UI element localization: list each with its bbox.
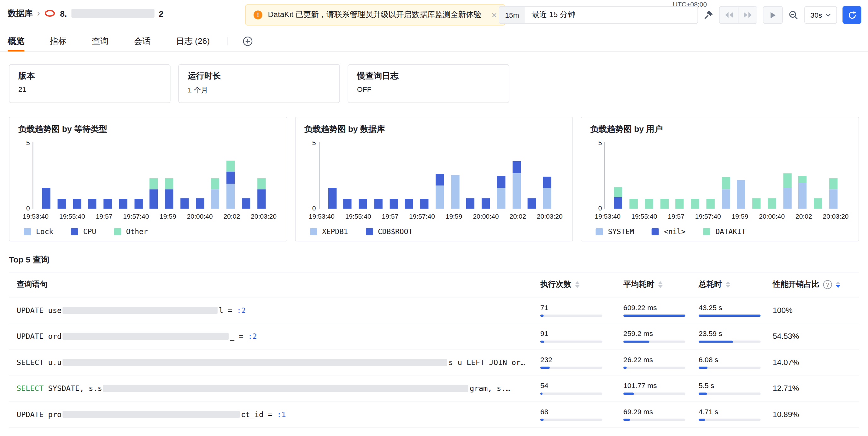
chart-title: 负载趋势图 by 用户 [590,124,851,134]
stacked-bar [211,178,219,209]
metric-bar-track [623,315,685,317]
bar-segment-CPU [226,172,235,184]
metric-cell: 259.2 ms [623,323,699,349]
tab-metrics[interactable]: 指标 [50,31,67,52]
sql-cell[interactable]: SELECT SYSDATE, s.sgram, s.… [9,375,540,401]
metric-bar-fill [540,393,543,395]
stacked-bar [420,199,428,209]
refresh-button[interactable] [842,6,861,24]
step-back-button[interactable] [720,7,738,23]
play-button[interactable] [763,6,783,24]
sql-text: UPDATE use [17,306,62,315]
tab-logs[interactable]: 日志 (26) [176,31,210,52]
legend-label: DATAKIT [715,227,746,236]
bar-segment-SYSTEM [722,189,730,209]
legend-label: SYSTEM [608,227,634,236]
col-header-overhead[interactable]: 性能开销占比 ? [773,280,859,290]
table-row[interactable]: UPDATE proct_id = :16869.29 ms4.71 s10.8… [9,401,859,427]
sort-icon-active[interactable] [836,281,840,288]
sql-text: UPDATE pro [17,410,62,419]
sql-cell[interactable]: UPDATE proct_id = :1 [9,401,540,427]
stacked-bar [829,178,837,209]
table-row[interactable]: SELECT SYSDATE, s.sgram, s.…54101.77 ms5… [9,375,859,401]
metric-bar-track [699,315,761,317]
stacked-bar [614,187,622,209]
metric-bar-fill [699,340,733,343]
tab-sessions[interactable]: 会话 [134,31,151,52]
table-row[interactable]: UPDATE usel = :271609.22 ms43.25 s100% [9,297,859,323]
sql-cell[interactable]: SELECT u.us u LEFT JOIN or… [9,349,540,375]
bar-segment-DATAKIT [752,198,761,209]
double-right-icon [743,12,752,18]
sort-icon[interactable] [575,281,580,288]
card-version: 版本 21 [9,64,170,103]
bar-segment-CPU [134,199,143,209]
bar-segment-CDB$ROOT [436,174,444,185]
stacked-bar [390,199,398,209]
bar-segment-DATAKIT [676,199,684,209]
col-header-avg-time[interactable]: 平均耗时 [623,280,699,290]
legend-item[interactable]: SYSTEM [596,227,634,236]
legend-swatch [310,228,317,235]
zoom-out-button[interactable] [788,10,799,20]
bar-segment-CDB$ROOT [374,199,382,209]
metric-bar-track [699,340,761,343]
legend-item[interactable]: XEPDB1 [310,227,348,236]
refresh-interval-select[interactable]: 30s [804,6,837,24]
sort-icon[interactable] [726,281,730,288]
bar-segment-CPU [119,199,127,209]
breadcrumb-root[interactable]: 数据库 [8,8,33,18]
bar-segment-CPU [57,199,66,209]
breadcrumb: 数据库 › 8. 2 [8,0,164,27]
bar-segment-DATAKIT [829,178,837,189]
tab-queries[interactable]: 查询 [92,31,108,52]
stacked-bar [798,176,806,209]
stacked-bar [722,177,730,209]
table-row[interactable]: SELECT u.us u LEFT JOIN or…23226.22 ms6.… [9,349,859,375]
step-forward-button[interactable] [738,7,757,23]
legend-item[interactable]: Lock [24,227,53,236]
add-tab-button[interactable] [242,36,253,46]
legend-item[interactable]: Other [114,227,148,236]
legend-item[interactable]: CDB$ROOT [366,227,412,236]
y-axis-max-label: 5 [306,139,316,147]
x-axis-tick-label: 20:02 [796,213,812,220]
legend-item[interactable]: DATAKIT [703,227,746,236]
bar-segment-DATAKIT [629,199,638,209]
stacked-bar [451,175,459,209]
stacked-bar [88,199,96,209]
sql-cell[interactable]: UPDATE usel = :2 [9,297,540,323]
bar-segment-XEPDB1 [543,188,551,209]
banner-close-icon[interactable]: × [491,10,497,20]
legend-item[interactable]: CPU [71,227,96,236]
stacked-bar [629,199,638,209]
stacked-bar [676,199,684,209]
metric-bar-fill [623,315,685,317]
legend-item[interactable]: <nil> [652,227,685,236]
stacked-bar [752,198,761,209]
pin-button[interactable] [704,10,714,20]
breadcrumb-separator-icon: › [37,8,40,18]
sort-icon[interactable] [658,281,663,288]
stacked-bar [374,199,382,209]
col-header-exec-count[interactable]: 执行次数 [540,280,623,290]
redacted-text [63,410,240,418]
sql-text: UPDATE ord [17,332,62,340]
bar-segment-Other [257,178,265,189]
table-row[interactable]: UPDATE ord_ = :291259.2 ms23.59 s54.53% [9,323,859,349]
chart-legend: XEPDB1CDB$ROOT [310,227,565,236]
stacked-bar [737,180,745,209]
time-step-group [719,6,757,24]
metric-bar-fill [540,419,544,421]
help-icon[interactable]: ? [823,280,832,289]
table-body: UPDATE usel = :271609.22 ms43.25 s100%UP… [9,297,859,427]
col-header-total-time[interactable]: 总耗时 [699,280,773,290]
tab-overview[interactable]: 概览 [8,31,25,52]
time-range-picker[interactable]: 15m 最近 15 分钟 [499,6,698,24]
bar-segment-SYSTEM [829,189,837,209]
bars-area [605,142,849,209]
dashboard-page: 数据库 › 8. 2 ! DataKit 已更新，请联系管理员升级以开启数据库监… [0,0,868,436]
bar-segment-CPU [195,198,204,209]
sql-cell[interactable]: UPDATE ord_ = :2 [9,323,540,349]
bar-segment-DATAKIT [660,199,668,209]
